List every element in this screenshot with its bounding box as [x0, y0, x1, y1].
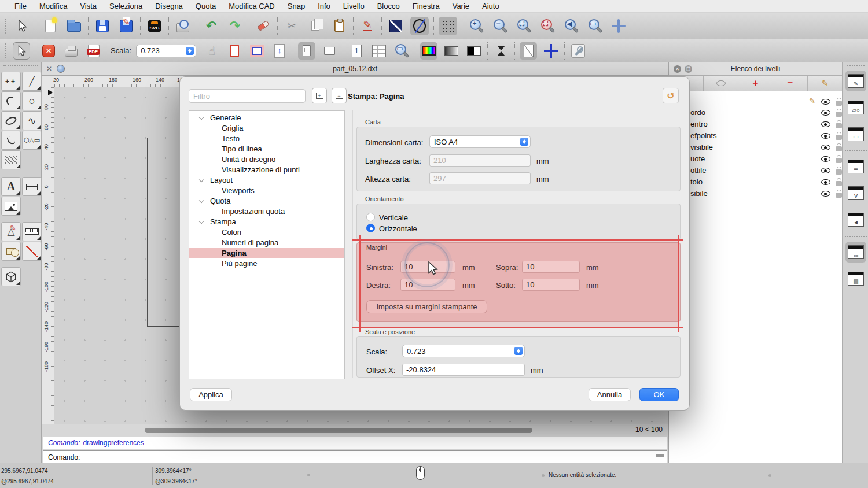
layer-list-panel-button[interactable]: ≣ — [845, 156, 866, 177]
ellipse-tool-button[interactable] — [410, 17, 429, 35]
cancel-button[interactable]: Annulla — [589, 388, 631, 401]
edit-layer-button[interactable]: ✎ — [808, 76, 842, 91]
auto-center-button[interactable]: ↕ — [271, 42, 288, 60]
offset-x-input[interactable]: -20.8324 — [402, 364, 525, 376]
pdf-export-button[interactable]: PDF — [85, 42, 102, 60]
redo-button[interactable]: ↷ — [226, 17, 244, 35]
tree-item-quota[interactable]: Quota — [189, 196, 344, 206]
eye-icon[interactable] — [821, 99, 830, 105]
tree-item-impostazioni-quota[interactable]: Impostazioni quota — [189, 206, 344, 217]
tree-item-unit-di-disegno[interactable]: Unità di disegno — [189, 154, 344, 165]
zoom-auto-button[interactable]: ⛶ — [514, 17, 533, 35]
zoom-previous-button[interactable]: ◀ — [562, 17, 580, 35]
tree-item-colori[interactable]: Colori — [189, 227, 344, 238]
hatch-tool-button[interactable] — [1, 150, 21, 169]
multi-page-button[interactable] — [370, 42, 388, 60]
line-tool-button[interactable]: ╱ — [22, 72, 42, 91]
menu-item[interactable]: Seleziona — [103, 2, 149, 10]
panel-close-icon[interactable]: ✕ — [674, 65, 681, 73]
expand-all-button[interactable]: + — [312, 88, 327, 103]
page-borders-button[interactable] — [226, 42, 243, 60]
horizontal-scrollbar[interactable]: 10 < 100 — [54, 424, 668, 437]
menu-item[interactable]: Aiuto — [476, 2, 506, 10]
black-white-button[interactable] — [465, 42, 483, 60]
polyline-tool-button[interactable] — [1, 131, 21, 150]
tree-item-pagina[interactable]: Pagina — [189, 248, 344, 258]
tree-item-griglia[interactable]: Griglia — [189, 123, 344, 134]
selection-filter-panel-button[interactable]: ∇ — [845, 183, 866, 204]
layer-row[interactable]: sibile — [669, 188, 842, 199]
ellipse-tool-button[interactable] — [1, 111, 21, 130]
tree-item-visualizzazione-di-punti[interactable]: Visualizzazione di punti — [189, 165, 344, 175]
draw-tools-button[interactable]: △✎ — [1, 222, 21, 241]
line-tool-button[interactable] — [387, 17, 405, 35]
copy-button[interactable] — [306, 17, 325, 35]
filter-input[interactable] — [189, 89, 306, 103]
spline-tool-button[interactable]: ∿ — [22, 111, 42, 130]
portrait-radio[interactable] — [366, 213, 375, 221]
layer-row[interactable]: visibile — [669, 142, 842, 153]
point-tool-button[interactable]: ++ — [1, 72, 21, 91]
save-button[interactable] — [93, 17, 112, 35]
layer-row[interactable]: entro — [669, 119, 842, 130]
collapse-all-button[interactable]: − — [332, 88, 347, 103]
library-browser-panel-button[interactable]: ◄ — [845, 209, 866, 230]
select-tool-button[interactable] — [13, 17, 31, 35]
tree-item-stampa[interactable]: Stampa — [189, 217, 344, 227]
tree-item-pi-pagine[interactable]: Più pagine — [189, 258, 344, 269]
tree-item-layout[interactable]: Layout — [189, 175, 344, 186]
lock-icon[interactable] — [836, 123, 842, 128]
menu-item[interactable]: Livello — [337, 2, 371, 10]
tree-item-viewports[interactable]: Viewports — [189, 186, 344, 196]
svg-export-button[interactable]: SVG — [145, 17, 164, 35]
paper-width-input[interactable]: 210 — [429, 154, 531, 167]
menu-item[interactable]: Modifica CAD — [222, 2, 281, 10]
menu-item[interactable]: Disegna — [149, 2, 189, 10]
menu-item[interactable]: Blocco — [371, 2, 406, 10]
blocks-panel-button[interactable]: ▱○ — [845, 97, 866, 118]
cut-button[interactable]: ✂ — [282, 17, 301, 35]
landscape-radio[interactable] — [366, 224, 375, 232]
menu-item[interactable]: Vista — [73, 2, 103, 10]
command-line-panel-button[interactable]: ≡≡ — [845, 242, 866, 263]
toggle-layer-visibility-button[interactable] — [704, 76, 738, 91]
lock-icon[interactable] — [836, 181, 842, 186]
palette-drag-handle[interactable] — [3, 65, 38, 67]
stepper-icon[interactable] — [514, 347, 523, 355]
menu-item[interactable]: Quota — [189, 2, 222, 10]
single-page-button[interactable]: 1 — [348, 42, 365, 60]
add-layer-button[interactable]: + — [738, 76, 773, 91]
lock-icon[interactable] — [836, 158, 842, 163]
delete-button[interactable] — [254, 17, 273, 35]
scale-combobox[interactable]: 0.723 — [402, 345, 525, 357]
eye-icon[interactable] — [821, 110, 830, 116]
panel-float-icon[interactable]: ❐ — [685, 65, 692, 73]
toolbar-drag-handle[interactable] — [5, 19, 8, 34]
margin-top-input[interactable]: 10 — [522, 261, 580, 273]
zoom-selection-button[interactable]: ⛶ — [538, 17, 557, 35]
arc-tool-button[interactable] — [1, 91, 21, 110]
modify-tools-button[interactable] — [1, 242, 21, 261]
lock-icon[interactable] — [836, 112, 842, 117]
command-input[interactable] — [83, 452, 656, 463]
reset-button[interactable]: ↺ — [663, 88, 679, 103]
apply-button[interactable]: Applica — [190, 388, 232, 401]
tree-item-tipo-di-linea[interactable]: Tipo di linea — [189, 144, 344, 154]
text-tool-button[interactable]: A — [1, 177, 21, 196]
layer-row-current[interactable]: ✎ — [669, 96, 842, 108]
margin-bottom-input[interactable]: 10 — [522, 279, 580, 291]
solid-tools-button[interactable] — [1, 267, 21, 286]
dimension-tool-button[interactable] — [22, 177, 42, 196]
layer-row[interactable]: tolo — [669, 176, 842, 188]
draft-mode-button[interactable] — [520, 42, 537, 60]
lock-icon[interactable] — [836, 169, 842, 175]
new-file-button[interactable] — [41, 17, 60, 35]
zoom-page-button[interactable]: ▭ — [393, 42, 410, 60]
full-color-button[interactable] — [420, 42, 437, 60]
stepper-icon[interactable] — [520, 138, 528, 146]
tree-item-generale[interactable]: Generale — [189, 113, 344, 123]
property-editor-panel-button[interactable]: ✎ — [845, 71, 866, 91]
command-window-icon[interactable] — [656, 454, 664, 461]
undo-button[interactable]: ↶ — [202, 17, 220, 35]
eye-icon[interactable] — [821, 145, 830, 150]
